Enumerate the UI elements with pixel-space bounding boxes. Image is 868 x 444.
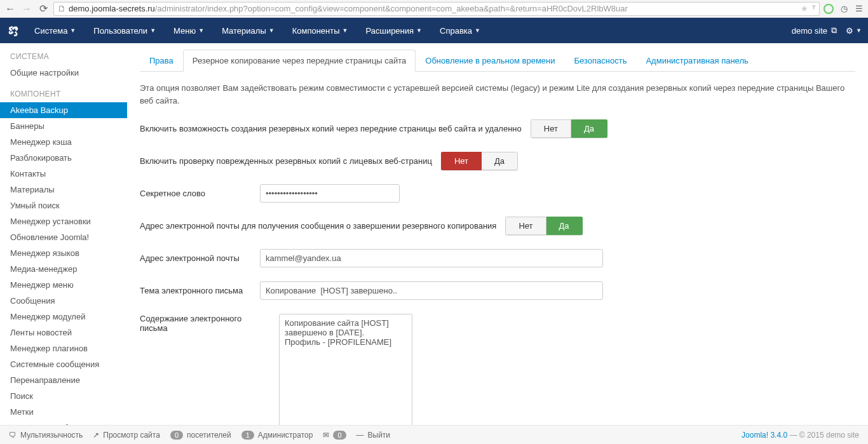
top-nav: Система▼Пользователи▼Меню▼Материалы▼Комп… [0,18,868,43]
tab[interactable]: Обновление в реальном времени [416,50,564,72]
sidebar-item[interactable]: Разблокировать [0,150,127,166]
label-email-address: Адрес электронной почты [140,253,251,263]
content-pane: ПраваРезерное копирование через передние… [127,43,868,444]
email-body-textarea[interactable] [279,314,412,431]
nav-item-3[interactable]: Материалы▼ [213,18,283,43]
site-link[interactable]: demo site ⧉ [792,25,837,36]
admins-status[interactable]: 1 Администратор [241,431,313,440]
label-email-on-complete: Адрес электронной почты для получения со… [140,221,496,231]
nav-item-2[interactable]: Меню▼ [165,18,213,43]
tab[interactable]: Права [140,50,183,72]
settings-menu[interactable]: ⚙ ▼ [846,26,862,36]
url-bar[interactable]: 🗋 demo.joomla-secrets.ru/administrator/i… [53,2,820,16]
external-link-icon: ⧉ [831,25,837,36]
sidebar-heading-system: СИСТЕМА [0,52,127,65]
chevron-down-icon: ▼ [198,27,204,34]
sidebar-item[interactable]: Менеджер модулей [0,309,127,325]
label-enable-frontend-backup: Включить возможность создания резервных … [140,124,522,133]
sidebar-item[interactable]: Контакты [0,166,127,182]
mail-icon: ✉ [323,431,329,440]
sidebar-item[interactable]: Менеджер плагинов [0,340,127,356]
chevron-down-icon: ▼ [475,27,480,34]
nav-item-5[interactable]: Расширения▼ [356,18,431,43]
reload-button[interactable]: ⟳ [37,3,50,15]
messages-count: 0 [333,431,346,440]
copyright: © 2015 demo site [799,431,859,440]
joomla-version-link[interactable]: Joomla! 3.4.0 [742,431,787,440]
nav-item-6[interactable]: Справка▼ [431,18,489,43]
toggle-yes[interactable]: Да [482,152,518,170]
sidebar-item[interactable]: Менеджер языков [0,245,127,261]
clock-icon[interactable]: ◷ [839,4,849,14]
toggle-email-on-complete[interactable]: Нет Да [505,217,582,235]
sidebar-item[interactable]: Системные сообщения [0,356,127,372]
nav-item-0[interactable]: Система▼ [25,18,85,43]
sidebar-item[interactable]: Сообщения [0,293,127,309]
toggle-enable-frontend-backup[interactable]: Нет Да [531,119,607,138]
multilanguage-status[interactable]: 🗨 Мультиязычность [9,431,83,440]
forward-button[interactable]: → [20,3,33,15]
email-subject-input[interactable] [260,281,603,300]
chevron-down-icon: ▼ [856,27,862,34]
sidebar-item[interactable]: Обновление Joomla! [0,229,127,245]
browser-toolbar: ← → ⟳ 🗋 demo.joomla-secrets.ru/administr… [0,0,868,18]
nav-item-4[interactable]: Компоненты▼ [283,18,357,43]
sidebar-item[interactable]: Akeeba Backup [0,102,127,118]
sidebar-item[interactable]: Ленты новостей [0,325,127,340]
sidebar: СИСТЕМА Общие настройки КОМПОНЕНТ Akeeba… [0,43,127,444]
url-path: /administrator/index.php?option=com_conf… [155,4,628,13]
site-label: demo site [792,26,827,36]
chevron-down-icon: ▼ [269,27,275,34]
view-site-link[interactable]: ↗ Просмотр сайта [93,431,160,440]
joomla-logo-icon[interactable] [0,18,25,43]
status-bar: 🗨 Мультиязычность ↗ Просмотр сайта 0 пос… [0,425,868,444]
menu-icon[interactable]: ☰ [854,4,864,14]
secret-word-input[interactable] [260,184,400,203]
tab[interactable]: Безопасность [565,50,637,72]
toggle-frontend-check[interactable]: Нет Да [441,152,518,170]
chevron-down-icon: ▼ [416,27,422,34]
visitors-count: 0 [170,431,183,440]
tabs: ПраваРезерное копирование через передние… [140,50,855,72]
sidebar-item[interactable]: Перенаправление [0,372,127,388]
chevron-down-icon: ▼ [150,27,156,34]
label-secret-word: Секретное слово [140,189,251,198]
toggle-no[interactable]: Нет [441,152,482,170]
url-host: demo.joomla-secrets.ru [69,4,155,13]
messages-status[interactable]: ✉ 0 [323,431,346,440]
sidebar-item[interactable]: Материалы [0,182,127,198]
toggle-yes[interactable]: Да [571,119,607,138]
sidebar-item[interactable]: Баннеры [0,118,127,134]
back-button[interactable]: ← [4,3,17,15]
label-email-subject: Тема электронного письма [140,286,251,295]
label-email-body: Содержание электронного письма [140,314,270,333]
comment-icon: 🗨 [9,431,17,440]
external-link-icon: ↗ [93,431,99,440]
sidebar-item[interactable]: Менеджер меню [0,277,127,293]
toggle-yes[interactable]: Да [546,217,583,235]
sidebar-item[interactable]: Медиа-менеджер [0,261,127,277]
nav-item-1[interactable]: Пользователи▼ [85,18,165,43]
logout-link[interactable]: — Выйти [356,431,391,440]
sidebar-item[interactable]: Метки [0,404,127,420]
sidebar-item[interactable]: Менеджер установки [0,213,127,229]
sidebar-item[interactable]: Общие настройки [0,65,127,81]
toggle-no[interactable]: Нет [531,119,571,138]
toggle-no[interactable]: Нет [505,217,546,235]
chevron-down-icon: ▼ [70,27,76,34]
sidebar-item[interactable]: Умный поиск [0,198,127,213]
sidebar-heading-component: КОМПОНЕНТ [0,90,127,102]
sidebar-item[interactable]: Менеджер кэша [0,134,127,150]
tab-description: Эта опция позволяет Вам задействовать ре… [140,82,855,107]
visitors-status[interactable]: 0 посетителей [170,431,231,440]
admin-count: 1 [241,431,254,440]
gear-icon: ⚙ [846,26,853,36]
tab[interactable]: Резерное копирование через передние стра… [183,50,416,72]
extension-icon[interactable] [824,4,834,14]
label-frontend-check: Включить проверку поврежденных резервных… [140,156,432,166]
email-address-input[interactable] [260,249,603,267]
sidebar-item[interactable]: Поиск [0,388,127,404]
tab[interactable]: Административная панель [636,50,757,72]
chevron-down-icon: ▼ [342,27,348,34]
